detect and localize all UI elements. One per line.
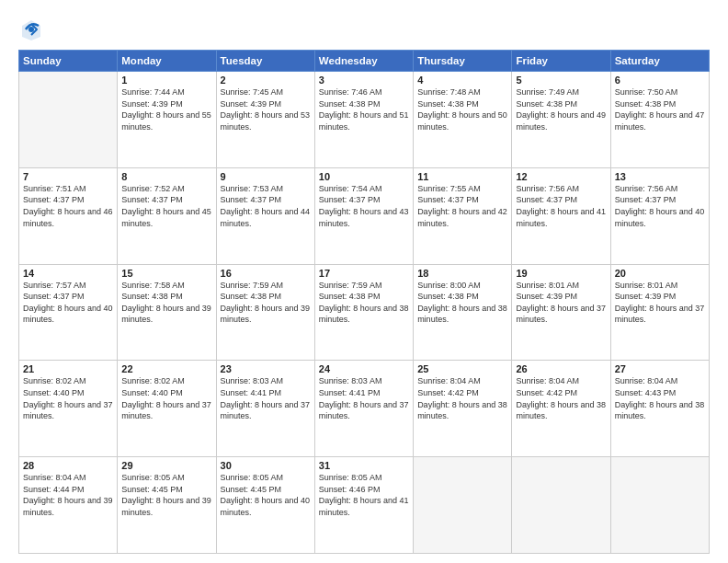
day-cell: 23 Sunrise: 8:03 AM Sunset: 4:41 PM Dayl… (216, 361, 314, 457)
sunrise-label: Sunrise: 7:44 AM (121, 87, 185, 97)
day-number: 9 (221, 171, 311, 182)
day-cell: 1 Sunrise: 7:44 AM Sunset: 4:39 PM Dayli… (118, 72, 216, 168)
day-cell: 30 Sunrise: 8:05 AM Sunset: 4:45 PM Dayl… (216, 457, 314, 554)
day-info: Sunrise: 8:04 AM Sunset: 4:42 PM Dayligh… (516, 375, 606, 421)
daylight-label: Daylight: 8 hours and 51 minutes. (319, 110, 409, 132)
day-cell: 14 Sunrise: 7:57 AM Sunset: 4:37 PM Dayl… (19, 264, 118, 361)
day-cell: 9 Sunrise: 7:53 AM Sunset: 4:37 PM Dayli… (216, 167, 314, 264)
day-cell: 10 Sunrise: 7:54 AM Sunset: 4:37 PM Dayl… (314, 167, 413, 264)
day-info: Sunrise: 7:52 AM Sunset: 4:37 PM Dayligh… (121, 183, 211, 229)
day-info: Sunrise: 7:57 AM Sunset: 4:37 PM Dayligh… (23, 280, 113, 326)
day-cell: 12 Sunrise: 7:56 AM Sunset: 4:37 PM Dayl… (512, 167, 610, 264)
day-cell: 11 Sunrise: 7:55 AM Sunset: 4:37 PM Dayl… (414, 167, 512, 264)
sunset-label: Sunset: 4:42 PM (417, 388, 479, 397)
week-row-0: 1 Sunrise: 7:44 AM Sunset: 4:39 PM Dayli… (19, 72, 710, 168)
day-info: Sunrise: 7:51 AM Sunset: 4:37 PM Dayligh… (23, 183, 113, 229)
day-info: Sunrise: 8:05 AM Sunset: 4:45 PM Dayligh… (221, 472, 311, 518)
sunrise-label: Sunrise: 7:59 AM (221, 281, 284, 290)
day-info: Sunrise: 8:04 AM Sunset: 4:44 PM Dayligh… (23, 472, 113, 518)
sunrise-label: Sunrise: 8:05 AM (319, 473, 382, 482)
day-cell: 29 Sunrise: 8:05 AM Sunset: 4:45 PM Dayl… (118, 457, 216, 554)
day-info: Sunrise: 7:56 AM Sunset: 4:37 PM Dayligh… (615, 183, 705, 229)
calendar-header-row: SundayMondayTuesdayWednesdayThursdayFrid… (19, 51, 710, 72)
sunset-label: Sunset: 4:38 PM (319, 99, 381, 109)
header (18, 17, 710, 42)
daylight-label: Daylight: 8 hours and 49 minutes. (516, 110, 606, 132)
sunrise-label: Sunrise: 8:00 AM (417, 281, 481, 290)
day-number: 4 (417, 75, 507, 86)
day-info: Sunrise: 8:02 AM Sunset: 4:40 PM Dayligh… (121, 375, 211, 421)
day-info: Sunrise: 8:03 AM Sunset: 4:41 PM Dayligh… (319, 375, 409, 421)
sunrise-label: Sunrise: 8:01 AM (516, 281, 579, 290)
day-cell: 13 Sunrise: 7:56 AM Sunset: 4:37 PM Dayl… (610, 167, 709, 264)
logo-icon (18, 17, 44, 42)
day-number: 22 (121, 363, 211, 374)
daylight-label: Daylight: 8 hours and 38 minutes. (516, 400, 606, 421)
day-number: 14 (23, 268, 113, 279)
sunset-label: Sunset: 4:38 PM (417, 292, 479, 301)
day-header-monday: Monday (118, 51, 216, 72)
day-cell: 22 Sunrise: 8:02 AM Sunset: 4:40 PM Dayl… (118, 361, 216, 457)
sunrise-label: Sunrise: 8:01 AM (615, 281, 678, 290)
sunset-label: Sunset: 4:40 PM (121, 388, 183, 397)
page: SundayMondayTuesdayWednesdayThursdayFrid… (0, 0, 728, 563)
day-info: Sunrise: 7:54 AM Sunset: 4:37 PM Dayligh… (319, 183, 409, 229)
day-number: 20 (615, 268, 705, 279)
sunrise-label: Sunrise: 7:59 AM (319, 281, 382, 290)
sunrise-label: Sunrise: 7:57 AM (23, 281, 86, 290)
daylight-label: Daylight: 8 hours and 55 minutes. (121, 110, 211, 132)
sunset-label: Sunset: 4:38 PM (516, 99, 577, 109)
sunset-label: Sunset: 4:38 PM (121, 292, 183, 301)
svg-point-1 (28, 27, 34, 32)
day-cell: 7 Sunrise: 7:51 AM Sunset: 4:37 PM Dayli… (19, 167, 118, 264)
day-info: Sunrise: 7:46 AM Sunset: 4:38 PM Dayligh… (319, 86, 409, 132)
day-number: 12 (516, 171, 606, 182)
daylight-label: Daylight: 8 hours and 40 minutes. (615, 207, 705, 228)
calendar-table: SundayMondayTuesdayWednesdayThursdayFrid… (18, 50, 710, 554)
day-info: Sunrise: 7:49 AM Sunset: 4:38 PM Dayligh… (516, 86, 606, 132)
daylight-label: Daylight: 8 hours and 38 minutes. (417, 304, 507, 325)
logo (18, 17, 48, 42)
day-header-sunday: Sunday (19, 51, 118, 72)
daylight-label: Daylight: 8 hours and 40 minutes. (23, 304, 113, 325)
daylight-label: Daylight: 8 hours and 45 minutes. (121, 207, 211, 228)
sunrise-label: Sunrise: 7:56 AM (516, 184, 579, 193)
day-info: Sunrise: 8:05 AM Sunset: 4:46 PM Dayligh… (319, 472, 409, 518)
day-cell: 31 Sunrise: 8:05 AM Sunset: 4:46 PM Dayl… (314, 457, 413, 554)
day-info: Sunrise: 8:03 AM Sunset: 4:41 PM Dayligh… (221, 375, 311, 421)
sunset-label: Sunset: 4:39 PM (516, 292, 577, 301)
day-header-tuesday: Tuesday (216, 51, 314, 72)
sunset-label: Sunset: 4:38 PM (417, 99, 479, 109)
sunset-label: Sunset: 4:38 PM (221, 292, 282, 301)
daylight-label: Daylight: 8 hours and 50 minutes. (417, 110, 507, 132)
day-info: Sunrise: 8:00 AM Sunset: 4:38 PM Dayligh… (417, 280, 507, 326)
sunrise-label: Sunrise: 8:04 AM (516, 376, 579, 385)
sunrise-label: Sunrise: 7:55 AM (417, 184, 481, 193)
day-header-thursday: Thursday (414, 51, 512, 72)
sunset-label: Sunset: 4:45 PM (221, 485, 282, 494)
sunset-label: Sunset: 4:37 PM (417, 195, 479, 204)
day-number: 18 (417, 268, 507, 279)
daylight-label: Daylight: 8 hours and 37 minutes. (516, 304, 606, 325)
sunset-label: Sunset: 4:39 PM (615, 292, 677, 301)
day-cell: 17 Sunrise: 7:59 AM Sunset: 4:38 PM Dayl… (314, 264, 413, 361)
day-info: Sunrise: 7:48 AM Sunset: 4:38 PM Dayligh… (417, 86, 507, 132)
sunrise-label: Sunrise: 7:45 AM (221, 87, 284, 97)
day-cell: 26 Sunrise: 8:04 AM Sunset: 4:42 PM Dayl… (512, 361, 610, 457)
daylight-label: Daylight: 8 hours and 47 minutes. (615, 110, 705, 132)
day-cell: 19 Sunrise: 8:01 AM Sunset: 4:39 PM Dayl… (512, 264, 610, 361)
day-number: 11 (417, 171, 507, 182)
day-info: Sunrise: 7:58 AM Sunset: 4:38 PM Dayligh… (121, 280, 211, 326)
sunset-label: Sunset: 4:39 PM (121, 99, 183, 109)
sunset-label: Sunset: 4:37 PM (516, 195, 577, 204)
sunrise-label: Sunrise: 8:05 AM (221, 473, 284, 482)
daylight-label: Daylight: 8 hours and 38 minutes. (319, 304, 409, 325)
day-number: 5 (516, 75, 606, 86)
daylight-label: Daylight: 8 hours and 41 minutes. (516, 207, 606, 228)
sunrise-label: Sunrise: 7:53 AM (221, 184, 284, 193)
sunset-label: Sunset: 4:43 PM (615, 388, 677, 397)
sunrise-label: Sunrise: 8:02 AM (23, 376, 86, 385)
day-header-saturday: Saturday (610, 51, 709, 72)
day-number: 31 (319, 460, 409, 471)
day-info: Sunrise: 7:55 AM Sunset: 4:37 PM Dayligh… (417, 183, 507, 229)
